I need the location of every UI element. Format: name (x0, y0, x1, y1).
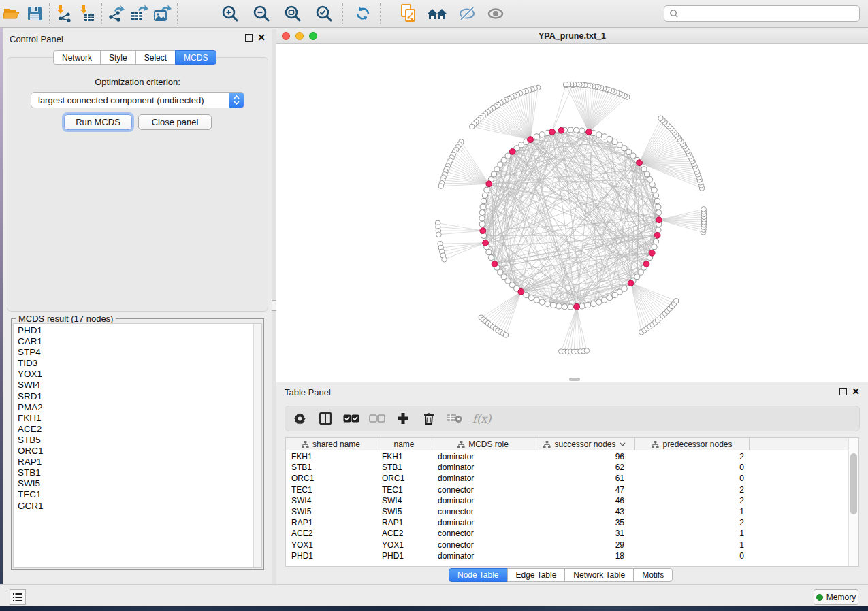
table-row[interactable]: FKH1FKH1dominator962 (286, 451, 848, 462)
ring-node[interactable] (641, 167, 647, 172)
mcds-list-scrollbar[interactable] (253, 323, 262, 568)
table-cell[interactable]: FKH1 (376, 452, 432, 461)
float-window-icon[interactable] (839, 388, 847, 395)
satellite-node[interactable] (673, 298, 679, 303)
table-cell[interactable]: dominator (432, 463, 534, 472)
table-cell[interactable]: dominator (432, 452, 534, 461)
mcds-hub-node[interactable] (649, 250, 655, 256)
table-cell[interactable]: 0 (635, 463, 750, 472)
open-folder-icon[interactable] (0, 3, 23, 24)
ring-node[interactable] (591, 301, 596, 306)
table-cell[interactable]: PHD1 (286, 551, 376, 561)
mcds-hub-node[interactable] (656, 217, 662, 223)
save-session-icon[interactable] (23, 3, 46, 24)
zoom-selected-icon[interactable] (312, 3, 336, 24)
ring-node[interactable] (481, 199, 486, 204)
unchecked-checkboxes-icon[interactable] (369, 410, 385, 427)
ring-node[interactable] (545, 301, 550, 306)
network-graph-canvas[interactable] (276, 44, 868, 382)
ring-node[interactable] (607, 295, 612, 300)
ring-node[interactable] (480, 204, 485, 210)
table-row[interactable]: RAP1RAP1dominator352 (286, 517, 848, 528)
mcds-hub-node[interactable] (509, 148, 515, 154)
zoom-out-icon[interactable] (250, 3, 273, 24)
export-network-icon[interactable] (105, 3, 128, 24)
table-vscroll-thumb[interactable] (850, 453, 857, 514)
table-cell[interactable]: SWI4 (376, 496, 432, 506)
column-header-name[interactable]: name (376, 438, 432, 450)
mcds-result-item[interactable]: GCR1 (18, 501, 253, 512)
ring-node[interactable] (568, 304, 573, 310)
tab-network[interactable]: Network (53, 50, 101, 65)
mcds-result-item[interactable]: TEC1 (18, 489, 253, 500)
column-header-MCDS-role[interactable]: MCDS role (432, 438, 534, 450)
table-cell[interactable]: 2 (635, 452, 750, 461)
mcds-result-item[interactable]: ORC1 (18, 446, 253, 457)
ring-node[interactable] (524, 292, 529, 297)
table-cell[interactable]: 0 (635, 551, 750, 561)
table-row[interactable]: SWI4SWI4dominator462 (286, 495, 848, 506)
table-cell[interactable]: connector (432, 485, 534, 495)
ring-node[interactable] (479, 221, 485, 227)
table-cell[interactable]: 46 (534, 496, 635, 506)
ring-node[interactable] (585, 302, 590, 308)
ring-node[interactable] (573, 127, 579, 133)
table-cell[interactable]: 2 (635, 485, 750, 495)
ring-node[interactable] (649, 182, 655, 187)
ring-node[interactable] (612, 292, 617, 297)
table-cell[interactable]: dominator (432, 474, 534, 483)
table-cell[interactable]: ACE2 (376, 529, 432, 538)
mcds-hub-node[interactable] (558, 127, 564, 133)
ring-node[interactable] (617, 142, 622, 148)
ring-node[interactable] (479, 210, 485, 215)
mcds-result-item[interactable]: ACE2 (18, 424, 253, 435)
zoom-fit-icon[interactable] (281, 3, 304, 24)
table-row[interactable]: PHD1PHD1dominator180 (286, 550, 848, 561)
table-row[interactable]: TEC1TEC1connector472 (286, 484, 848, 495)
table-row[interactable]: YOX1YOX1connector291 (286, 540, 848, 550)
mcds-result-item[interactable]: SWI5 (18, 478, 253, 489)
table-cell[interactable]: 35 (534, 518, 635, 527)
function-builder-icon[interactable]: f(x) (472, 412, 491, 425)
eye-icon[interactable] (484, 3, 507, 24)
mcds-result-item[interactable]: STP4 (18, 347, 253, 358)
ring-node[interactable] (482, 193, 487, 198)
mcds-hub-node[interactable] (574, 303, 580, 310)
table-cell[interactable]: 1 (635, 540, 750, 550)
table-row[interactable]: SWI5SWI5connector431 (286, 506, 848, 517)
table-cell[interactable]: 2 (635, 518, 750, 527)
tab-motifs[interactable]: Motifs (633, 568, 673, 582)
mcds-hub-node[interactable] (586, 129, 592, 135)
table-cell[interactable]: TEC1 (376, 485, 432, 495)
search-input[interactable] (681, 7, 859, 20)
table-cell[interactable]: dominator (432, 496, 534, 506)
ring-node[interactable] (644, 171, 649, 177)
table-cell[interactable]: STB1 (286, 463, 376, 472)
table-row[interactable]: ACE2ACE2connector311 (286, 528, 848, 539)
table-cell[interactable]: connector (432, 540, 534, 550)
satellite-node[interactable] (442, 257, 447, 262)
table-row[interactable]: STB1STB1dominator620 (286, 462, 848, 473)
table-cell[interactable]: 43 (534, 507, 635, 516)
mcds-hub-node[interactable] (528, 137, 534, 143)
ring-node[interactable] (607, 136, 612, 142)
float-window-icon[interactable] (245, 34, 253, 42)
ring-node[interactable] (602, 297, 607, 303)
eye-crossed-icon[interactable] (455, 3, 479, 24)
houses-icon[interactable] (425, 3, 449, 24)
mcds-result-item[interactable]: PHD1 (18, 325, 253, 336)
close-icon[interactable]: ✕ (257, 34, 266, 42)
table-cell[interactable]: ORC1 (376, 474, 432, 483)
mcds-result-item[interactable]: TID3 (18, 358, 253, 369)
table-cell[interactable]: 1 (635, 529, 750, 538)
table-cell[interactable]: PHD1 (376, 551, 432, 561)
mcds-hub-node[interactable] (637, 160, 643, 166)
mcds-hub-node[interactable] (643, 261, 649, 267)
mcds-result-item[interactable]: STB5 (18, 435, 253, 446)
table-cell[interactable]: SWI4 (286, 496, 376, 506)
mcds-hub-node[interactable] (483, 240, 489, 246)
ring-node[interactable] (596, 299, 602, 305)
tab-style[interactable]: Style (100, 50, 136, 65)
close-icon[interactable]: ✕ (852, 388, 860, 395)
ring-node[interactable] (486, 250, 492, 255)
